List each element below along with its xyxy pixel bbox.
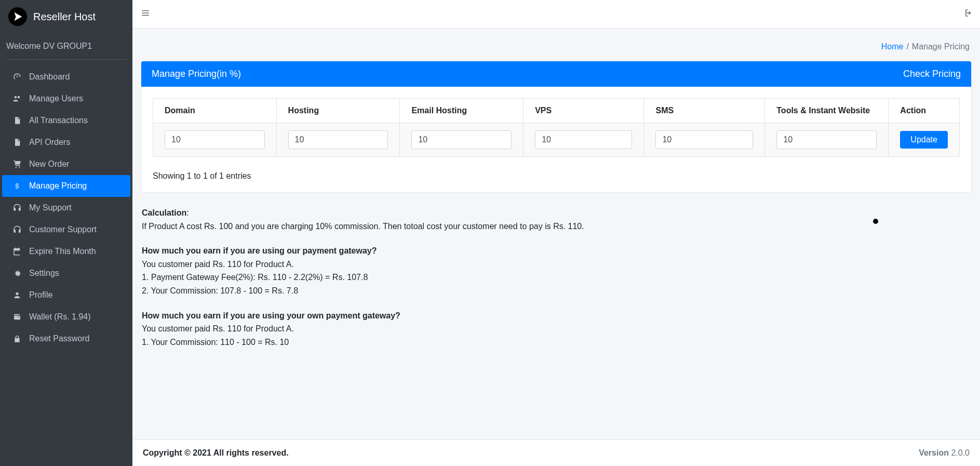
sidebar-item-reset-password[interactable]: Reset Password xyxy=(2,328,130,350)
lock-icon xyxy=(11,334,23,343)
pricing-card: Manage Pricing(in %) Check Pricing Domai… xyxy=(141,61,972,193)
calc-heading-3: How much you earn if you are using your … xyxy=(142,311,400,320)
th-sms: SMS xyxy=(644,99,765,123)
calendar-icon xyxy=(11,247,23,256)
sidebar-item-wallet-rs-1-94-[interactable]: Wallet (Rs. 1.94) xyxy=(2,306,130,328)
brand-logo-icon xyxy=(8,7,27,26)
users-icon xyxy=(11,94,23,103)
brand-name: Reseller Host xyxy=(33,11,96,23)
footer-version: Version 2.0.0 xyxy=(919,448,970,458)
file-icon xyxy=(11,116,23,125)
vps-input[interactable] xyxy=(535,130,632,149)
domain-input[interactable] xyxy=(165,130,265,149)
calc-line-2b: 1. Payment Gateway Fee(2%): Rs. 110 - 2.… xyxy=(142,271,971,284)
card-title: Manage Pricing(in %) xyxy=(152,69,241,79)
cursor-dot xyxy=(873,219,878,224)
cart-icon xyxy=(11,159,23,169)
dollar-icon xyxy=(11,181,23,191)
sidebar-item-label: Wallet (Rs. 1.94) xyxy=(29,312,91,322)
gauge-icon xyxy=(11,72,23,82)
calc-heading: Calculation xyxy=(142,208,186,217)
welcome-text: Welcome DV GROUP1 xyxy=(0,33,132,59)
sms-input[interactable] xyxy=(655,130,753,149)
sidebar-item-label: Settings xyxy=(29,269,59,278)
brand[interactable]: Reseller Host xyxy=(0,0,132,33)
calc-line-2c: 2. Your Commission: 107.8 - 100 = Rs. 7.… xyxy=(142,284,971,298)
sidebar-divider xyxy=(6,59,126,60)
sidebar-nav: DashboardManage UsersAll TransactionsAPI… xyxy=(0,64,132,352)
table-row: Update xyxy=(153,123,960,157)
breadcrumb-current: Manage Pricing xyxy=(912,42,970,51)
th-tools: Tools & Instant Website xyxy=(765,99,889,123)
breadcrumb-separator: / xyxy=(906,42,908,51)
headset-icon xyxy=(11,203,23,212)
sidebar-item-manage-pricing[interactable]: Manage Pricing xyxy=(2,175,130,197)
headset-icon xyxy=(11,225,23,234)
logout-icon[interactable] xyxy=(962,8,972,20)
cogs-icon xyxy=(11,269,23,278)
sidebar-item-api-orders[interactable]: API Orders xyxy=(2,131,130,153)
table-entries-info: Showing 1 to 1 of 1 entries xyxy=(153,171,960,181)
topbar xyxy=(132,0,980,29)
card-header: Manage Pricing(in %) Check Pricing xyxy=(141,61,971,87)
calc-heading-2: How much you earn if you are using our p… xyxy=(142,246,377,255)
file-icon xyxy=(11,138,23,147)
card-body: Domain Hosting Email Hosting VPS SMS Too… xyxy=(141,87,971,192)
calc-line-3a: You customer paid Rs. 110 for Product A. xyxy=(142,322,971,336)
sidebar-item-label: All Transactions xyxy=(29,116,88,125)
breadcrumb: Home / Manage Pricing xyxy=(141,35,972,61)
th-hosting: Hosting xyxy=(276,99,400,123)
sidebar-item-label: Profile xyxy=(29,290,52,300)
tools-input[interactable] xyxy=(776,130,877,149)
th-vps: VPS xyxy=(523,99,644,123)
calc-line-2a: You customer paid Rs. 110 for Product A. xyxy=(142,258,971,271)
sidebar-item-label: Reset Password xyxy=(29,334,90,343)
th-action: Action xyxy=(889,99,960,123)
content: Home / Manage Pricing Manage Pricing(in … xyxy=(132,29,980,440)
update-button[interactable]: Update xyxy=(900,131,948,149)
sidebar-item-label: Manage Pricing xyxy=(29,181,87,191)
sidebar-item-expire-this-month[interactable]: Expire This Month xyxy=(2,241,130,262)
hosting-input[interactable] xyxy=(288,130,388,149)
sidebar-item-label: API Orders xyxy=(29,138,70,147)
th-domain: Domain xyxy=(153,99,277,123)
sidebar-item-manage-users[interactable]: Manage Users xyxy=(2,88,130,110)
pricing-table: Domain Hosting Email Hosting VPS SMS Too… xyxy=(153,98,960,157)
sidebar-item-all-transactions[interactable]: All Transactions xyxy=(2,110,130,131)
wallet-icon xyxy=(11,313,23,321)
main-area: Home / Manage Pricing Manage Pricing(in … xyxy=(132,0,980,466)
sidebar-item-label: Dashboard xyxy=(29,72,70,82)
sidebar-item-label: Expire This Month xyxy=(29,247,96,256)
footer-copyright: Copyright © 2021 All rights reserved. xyxy=(143,448,289,458)
user-icon xyxy=(11,290,23,300)
menu-toggle-icon[interactable] xyxy=(141,8,150,20)
calc-line-1: If Product A cost Rs. 100 and you are ch… xyxy=(142,220,971,233)
sidebar-item-label: Customer Support xyxy=(29,225,97,234)
sidebar-item-label: Manage Users xyxy=(29,94,83,103)
calculation-explanation: Calculation: If Product A cost Rs. 100 a… xyxy=(141,203,972,369)
sidebar: Reseller Host Welcome DV GROUP1 Dashboar… xyxy=(0,0,132,466)
sidebar-item-customer-support[interactable]: Customer Support xyxy=(2,219,130,241)
sidebar-item-new-order[interactable]: New Order xyxy=(2,153,130,175)
sidebar-item-profile[interactable]: Profile xyxy=(2,284,130,306)
th-email-hosting: Email Hosting xyxy=(400,99,523,123)
email-hosting-input[interactable] xyxy=(411,130,512,149)
sidebar-item-label: New Order xyxy=(29,159,69,169)
sidebar-item-dashboard[interactable]: Dashboard xyxy=(2,66,130,88)
sidebar-item-my-support[interactable]: My Support xyxy=(2,197,130,219)
footer: Copyright © 2021 All rights reserved. Ve… xyxy=(132,440,980,466)
check-pricing-button[interactable]: Check Pricing xyxy=(903,69,961,79)
calc-line-3b: 1. Your Commission: 110 - 100 = Rs. 10 xyxy=(142,336,971,349)
sidebar-item-settings[interactable]: Settings xyxy=(2,262,130,284)
sidebar-item-label: My Support xyxy=(29,203,72,212)
breadcrumb-home[interactable]: Home xyxy=(881,42,904,51)
